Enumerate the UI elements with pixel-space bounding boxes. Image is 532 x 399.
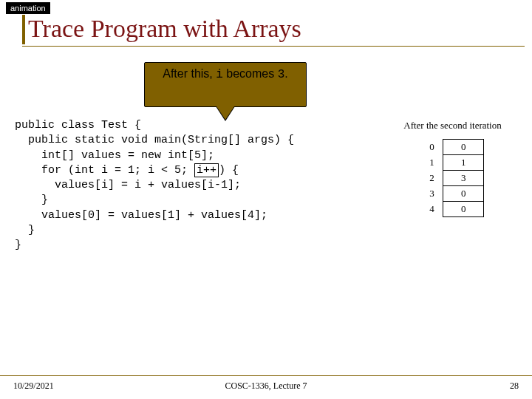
array-index: 3: [421, 186, 443, 202]
callout-text-prefix: After this,: [163, 67, 216, 80]
array-index: 2: [421, 171, 443, 186]
array-value: 3: [443, 171, 484, 186]
array-table: 00 11 23 30 40: [421, 139, 485, 217]
footer-center: COSC-1336, Lecture 7: [225, 381, 307, 392]
code-line: ) {: [219, 164, 239, 177]
code-line: }: [15, 239, 21, 251]
code-block: public class Test { public static void m…: [15, 118, 294, 253]
code-line: for (int i = 1; i < 5;: [15, 164, 194, 177]
title-bar: Trace Program with Arrays: [22, 15, 532, 44]
footer-page: 28: [510, 381, 519, 392]
footer: 10/29/2021 COSC-1336, Lecture 7 28: [0, 375, 532, 392]
footer-date: 10/29/2021: [13, 381, 54, 392]
code-line: values[i] = i + values[i-1];: [15, 179, 241, 191]
array-value: 0: [443, 186, 484, 202]
code-line: values[0] = values[1] + values[4];: [15, 209, 267, 222]
array-value: 1: [443, 155, 484, 171]
code-line: public class Test {: [15, 119, 141, 132]
code-line: int[] values = new int[5];: [15, 149, 214, 162]
callout-text-suffix: .: [284, 67, 287, 80]
table-row: 11: [421, 155, 484, 171]
code-line: }: [15, 194, 48, 206]
array-index: 4: [421, 202, 443, 217]
callout-var: i: [216, 68, 223, 81]
callout-val: 3: [278, 68, 285, 81]
array-index: 1: [421, 155, 443, 171]
table-row: 30: [421, 186, 484, 202]
animation-tag: animation: [6, 2, 50, 14]
diagram-caption: After the second iteration: [395, 120, 510, 132]
code-line: }: [15, 224, 35, 236]
slide-title: Trace Program with Arrays: [28, 15, 532, 44]
callout-text-mid: becomes: [223, 67, 278, 80]
table-row: 40: [421, 202, 484, 217]
table-row: 23: [421, 171, 484, 186]
array-diagram: After the second iteration 00 11 23 30 4…: [395, 120, 510, 217]
array-index: 0: [421, 140, 443, 155]
callout-box: After this, i becomes 3.: [144, 62, 307, 107]
array-value: 0: [443, 202, 484, 217]
array-value: 0: [443, 140, 484, 155]
code-highlight: i++: [194, 163, 219, 177]
table-row: 00: [421, 140, 484, 155]
title-underline: [22, 46, 525, 47]
code-line: public static void main(String[] args) {: [15, 134, 294, 146]
